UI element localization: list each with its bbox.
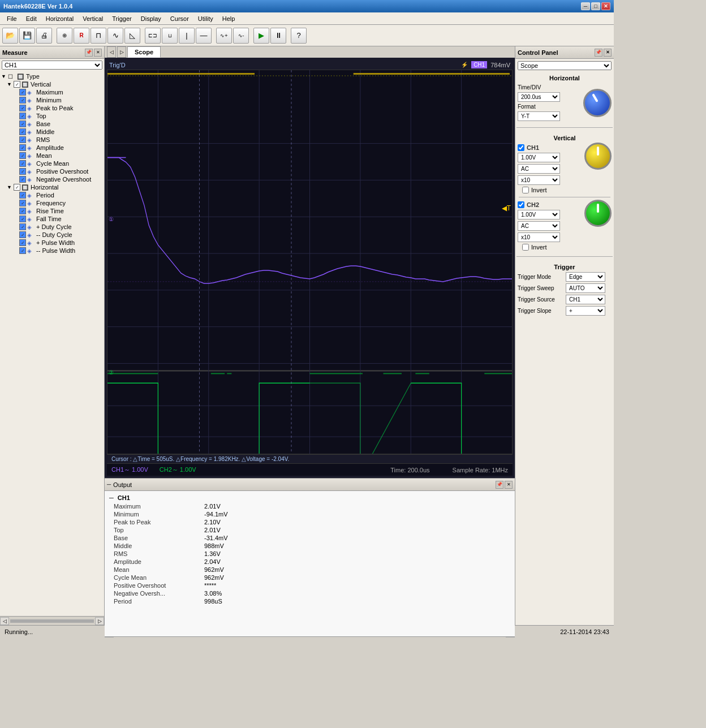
tree-mean[interactable]: ✓ ◈ Mean [12,152,103,160]
ch2-coupling-select[interactable]: AC DC GND [518,221,560,231]
tree-amplitude[interactable]: ✓ ◈ Amplitude [12,144,103,152]
cp-pin[interactable]: 📌 [595,49,602,57]
trigger-sweep-select[interactable]: AUTO NORMAL SINGLE [566,283,605,293]
tb-measure1[interactable]: ⊏⊐ [145,28,161,44]
menu-display[interactable]: Display [136,14,166,23]
measure-panel-close[interactable]: ✕ [94,49,102,57]
svg-rect-27 [384,373,402,374]
h-scrollbar[interactable]: ◁ ▷ [105,636,515,637]
tb-open[interactable]: 📂 [2,28,18,44]
menu-cursor[interactable]: Cursor [166,14,193,23]
tree-pos-duty[interactable]: ✓ ◈ + Duty Cycle [12,223,103,231]
tree-period[interactable]: ✓ ◈ Period [12,191,103,199]
menu-vertical[interactable]: Vertical [78,14,107,23]
channel-select[interactable]: CH1 CH2 [2,61,102,70]
tb-math2[interactable]: ∿- [233,28,249,44]
tree-top[interactable]: ✓ ◈ Top [12,112,103,120]
tree-frequency[interactable]: ✓ ◈ Frequency [12,199,103,207]
ch1-checkbox[interactable] [518,144,524,151]
tree-pos-pulse[interactable]: ✓ ◈ + Pulse Width [12,239,103,247]
output-measurements: Maximum2.01VMinimum-94.1mVPeak to Peak2.… [109,502,510,605]
menu-horizontal[interactable]: Horizontal [41,14,79,23]
cp-horizontal-title: Horizontal [518,75,612,81]
output-title: Output [113,481,132,488]
scroll-right-btn[interactable]: ▷ [95,617,104,625]
menu-file[interactable]: File [2,14,21,23]
output-row-label: Maximum [114,503,204,510]
menu-help[interactable]: Help [218,14,240,23]
tree-cycle-mean[interactable]: ✓ ◈ Cycle Mean [12,160,103,167]
tb-measure3[interactable]: | [179,28,195,44]
minimize-button[interactable]: ─ [581,2,590,10]
tb-square[interactable]: ⊓ [91,28,106,44]
cursor-info-bar: Cursor : △Time = 505uS. △Frequency = 1.9… [107,454,513,463]
maximize-button[interactable]: □ [591,2,600,10]
ch2-voltage-select[interactable]: 1.00V [518,210,560,219]
tb-measure2[interactable]: ⊔ [162,28,178,44]
measure-hscroll[interactable]: ◁ ▷ [0,616,104,625]
horizontal-knob[interactable] [583,89,612,117]
scrollbar-track[interactable] [10,619,94,623]
tree-negative-overshoot[interactable]: ✓ ◈ Negative Overshoot [12,175,103,183]
ch1-coupling-select[interactable]: AC DC GND [518,164,560,174]
output-row: Amplitude2.04V [109,558,510,566]
tb-save[interactable]: 💾 [19,28,35,44]
menu-utility[interactable]: Utility [193,14,218,23]
tree-horizontal[interactable]: ▼ ✓ 🔲 Horizontal [7,183,103,191]
hscroll-left[interactable]: ◁ [105,637,114,637]
tree-vertical[interactable]: ▼ ✓ 🔲 Vertical [7,80,103,88]
tree-neg-pulse[interactable]: ✓ ◈ -- Pulse Width [12,247,103,255]
tb-print[interactable]: 🖨 [36,28,52,44]
output-close[interactable]: ✕ [505,481,513,489]
tab-scope[interactable]: Scope [127,46,161,58]
tb-pause[interactable]: ⏸ [270,28,286,44]
tb-math1[interactable]: ∿+ [216,28,232,44]
time-div-select[interactable]: 200.0us [518,92,560,102]
ch1-probe-select[interactable]: x10 x1 x100 [518,175,560,185]
scroll-left-btn[interactable]: ◁ [0,617,9,625]
close-button[interactable]: ✕ [601,2,610,10]
menu-trigger[interactable]: Trigger [107,14,136,23]
tree-positive-overshoot[interactable]: ✓ ◈ Positive Overshoot [12,167,103,175]
tree-neg-duty[interactable]: ✓ ◈ -- Duty Cycle [12,231,103,239]
hscroll-right[interactable]: ▷ [506,637,515,637]
tb-measure4[interactable]: — [196,28,212,44]
output-row-label: RMS [114,550,204,557]
tb-cursor[interactable]: ⊕ [57,28,72,44]
output-pin[interactable]: 📌 [496,481,503,489]
ch1-voltage-select[interactable]: 1.00V [518,153,560,162]
tb-run[interactable]: ▶ [253,28,269,44]
output-collapse[interactable]: ─ [107,481,111,488]
ch2-invert-checkbox[interactable] [522,244,529,251]
menu-edit[interactable]: Edit [21,14,41,23]
tab-nav-right[interactable]: ▷ [117,46,126,58]
format-select[interactable]: Y-T X-Y [518,111,560,121]
tab-nav-left[interactable]: ◁ [107,46,116,58]
ch1-invert-checkbox[interactable] [522,187,529,193]
ch2-checkbox[interactable] [518,201,524,208]
trigger-slope-select[interactable]: + - [566,306,605,316]
output-row: Middle988mV [109,542,510,550]
cp-close[interactable]: ✕ [604,49,612,57]
tree-middle[interactable]: ✓ ◈ Middle [12,128,103,136]
cp-scope-select[interactable]: Scope [518,61,612,70]
tree-peak-to-peak[interactable]: ✓ ◈ Peak to Peak [12,104,103,112]
tree-fall-time[interactable]: ✓ ◈ Fall Time [12,215,103,223]
tb-ramp[interactable]: ◺ [124,28,140,44]
tb-help[interactable]: ? [291,28,307,44]
trigger-mode-select[interactable]: Edge Pulse Video [566,272,605,282]
tree-rms[interactable]: ✓ ◈ RMS [12,136,103,144]
tb-r[interactable]: R [74,28,89,44]
measure-panel-pin[interactable]: 📌 [85,49,93,57]
tb-func[interactable]: ∿ [107,28,123,44]
tree-minimum[interactable]: ✓ ◈ Minimum [12,96,103,104]
tree-maximum[interactable]: ✓ ◈ Maximum [12,88,103,96]
tree-type[interactable]: ▼ ☐ 🔲 Type [1,72,103,80]
trigger-source-select[interactable]: CH1 CH2 EXT [566,295,605,304]
ch2-knob[interactable] [584,200,612,227]
ch2-probe-select[interactable]: x10 x1 x100 [518,232,560,242]
ch1-knob[interactable] [584,143,612,170]
tree-rise-time[interactable]: ✓ ◈ Rise Time [12,207,103,215]
tree-base[interactable]: ✓ ◈ Base [12,120,103,128]
output-row-label: Amplitude [114,558,204,565]
